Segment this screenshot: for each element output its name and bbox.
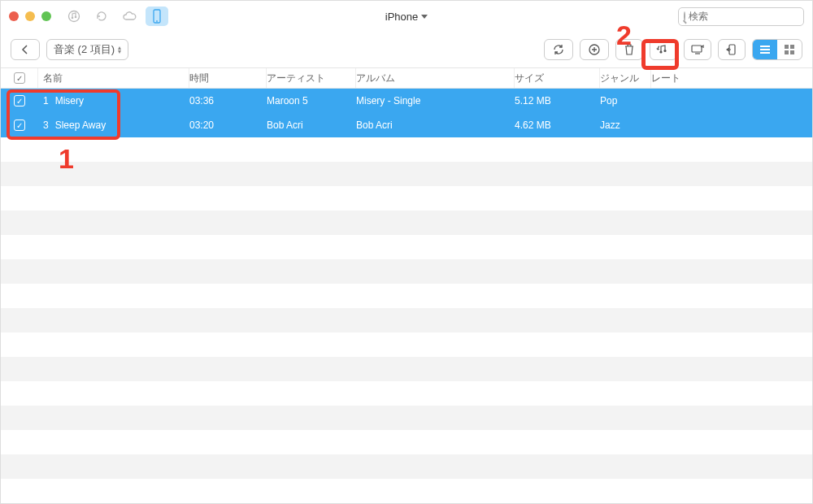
table-row[interactable]: ✓3Sleep Away03:20Bob AcriBob Acri4.62 MB… bbox=[1, 113, 812, 137]
track-name: Misery bbox=[55, 95, 84, 106]
to-device-button[interactable] bbox=[718, 39, 746, 60]
header-time[interactable]: 時間 bbox=[189, 68, 267, 88]
header-rate[interactable]: レート bbox=[651, 68, 812, 88]
itunes-tab-icon[interactable] bbox=[63, 7, 85, 26]
header-genre[interactable]: ジャンル bbox=[600, 68, 651, 88]
table-row bbox=[1, 211, 812, 235]
track-genre: Jazz bbox=[600, 119, 651, 131]
to-itunes-button[interactable] bbox=[650, 39, 677, 60]
cloud-tab-icon[interactable] bbox=[118, 7, 141, 26]
checkbox-icon[interactable]: ✓ bbox=[14, 119, 25, 131]
sort-arrows-icon: ▴▾ bbox=[118, 46, 121, 54]
category-label: 音楽 (2 項目) bbox=[54, 42, 115, 57]
table-row bbox=[1, 186, 812, 211]
view-toggle bbox=[752, 39, 802, 60]
table-row bbox=[1, 406, 812, 430]
svg-point-4 bbox=[156, 20, 158, 22]
svg-rect-8 bbox=[692, 46, 702, 52]
svg-point-7 bbox=[663, 50, 666, 52]
track-time: 03:20 bbox=[189, 119, 267, 131]
add-button[interactable] bbox=[580, 39, 609, 60]
device-tab-icon[interactable] bbox=[146, 7, 168, 26]
table-row bbox=[1, 259, 812, 284]
table-row bbox=[1, 454, 812, 479]
table-row bbox=[1, 284, 812, 308]
grid-icon bbox=[785, 45, 794, 54]
track-artist: Maroon 5 bbox=[267, 95, 356, 106]
header-size[interactable]: サイズ bbox=[515, 68, 600, 88]
table-row bbox=[1, 162, 812, 186]
svg-point-0 bbox=[69, 11, 80, 22]
table-row[interactable]: ✓1Misery03:36Maroon 5Misery - Single5.12… bbox=[1, 89, 812, 113]
table-row bbox=[1, 137, 812, 162]
to-computer-button[interactable] bbox=[684, 39, 711, 60]
track-genre: Pop bbox=[600, 95, 651, 106]
maximize-icon[interactable] bbox=[41, 11, 51, 21]
chevron-down-icon[interactable] bbox=[421, 15, 428, 19]
search-icon bbox=[684, 11, 685, 21]
table-row bbox=[1, 332, 812, 357]
table-headers: ✓ 名前 時間 アーティスト アルバム サイズ ジャンル レート bbox=[1, 67, 812, 89]
track-table-body: ✓1Misery03:36Maroon 5Misery - Single5.12… bbox=[1, 89, 812, 503]
list-icon bbox=[760, 46, 770, 54]
toolbar: 音楽 (2 項目) ▴▾ bbox=[1, 32, 812, 67]
track-size: 5.12 MB bbox=[515, 95, 600, 106]
refresh-button[interactable] bbox=[544, 39, 573, 60]
search-field[interactable] bbox=[678, 7, 804, 26]
titlebar: iPhone bbox=[1, 1, 812, 32]
window-title-text: iPhone bbox=[385, 11, 418, 23]
track-name: Sleep Away bbox=[55, 119, 107, 131]
header-album[interactable]: アルバム bbox=[356, 68, 515, 88]
close-icon[interactable] bbox=[9, 11, 19, 21]
track-time: 03:36 bbox=[189, 95, 267, 106]
search-input[interactable] bbox=[689, 11, 811, 22]
category-dropdown[interactable]: 音楽 (2 項目) ▴▾ bbox=[46, 39, 128, 60]
table-row bbox=[1, 235, 812, 259]
table-row bbox=[1, 308, 812, 332]
list-view-button[interactable] bbox=[753, 40, 777, 59]
svg-point-2 bbox=[75, 16, 77, 19]
header-artist[interactable]: アーティスト bbox=[267, 68, 356, 88]
annotation-number-2: 2 bbox=[616, 20, 632, 51]
backup-tab-icon[interactable] bbox=[90, 7, 113, 26]
track-album: Misery - Single bbox=[356, 95, 515, 106]
svg-point-1 bbox=[72, 17, 74, 20]
minimize-icon[interactable] bbox=[25, 11, 35, 21]
grid-view-button[interactable] bbox=[777, 40, 802, 59]
track-artist: Bob Acri bbox=[267, 119, 356, 131]
checkbox-icon[interactable]: ✓ bbox=[14, 95, 25, 106]
checkbox-icon: ✓ bbox=[14, 72, 25, 84]
track-album: Bob Acri bbox=[356, 119, 515, 131]
table-row bbox=[1, 479, 812, 503]
table-row bbox=[1, 430, 812, 454]
window-traffic-lights bbox=[9, 11, 51, 21]
table-row bbox=[1, 357, 812, 381]
track-index: 3 bbox=[43, 119, 49, 131]
source-tabs bbox=[63, 7, 168, 26]
header-checkbox-cell[interactable]: ✓ bbox=[1, 68, 38, 88]
annotation-number-1: 1 bbox=[59, 143, 74, 175]
header-name[interactable]: 名前 bbox=[38, 68, 189, 88]
track-index: 1 bbox=[43, 95, 49, 106]
back-button[interactable] bbox=[11, 39, 40, 60]
track-size: 4.62 MB bbox=[515, 119, 600, 131]
table-row bbox=[1, 381, 812, 406]
svg-point-6 bbox=[659, 50, 662, 53]
